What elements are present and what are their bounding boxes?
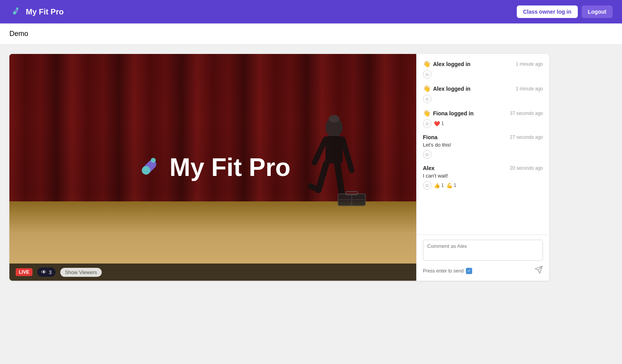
chat-reactions: ☺ [423,95,543,103]
chat-input-footer: Press enter to send [423,265,543,276]
chat-time: 1 minute ago [516,86,543,91]
svg-rect-8 [325,136,343,163]
chat-reactions: ☺ 👍 1 💪 1 [423,181,543,190]
list-item: 👋 Alex logged in 1 minute ago ☺ [423,60,543,79]
wave-icon: 👋 [423,85,431,92]
login-text: 👋 Alex logged in [423,85,471,92]
chat-username: Alex logged in [433,86,471,92]
chat-time: 37 seconds ago [510,111,543,116]
chat-time: 27 seconds ago [510,134,543,140]
viewer-count: 3 [49,269,52,275]
add-reaction-button[interactable]: ☺ [423,150,431,159]
chat-feed: 👋 Alex logged in 1 minute ago ☺ 👋 [417,54,549,235]
list-item: Fiona 27 seconds ago Let's do this! ☺ [423,134,543,159]
page-title-bar: Demo [0,23,622,45]
chat-username: Alex [423,165,435,171]
press-enter-label: Press enter to send [423,268,464,274]
video-overlay-logo: My Fit Pro [135,153,290,182]
press-enter-text: Press enter to send [423,268,472,274]
reaction-chip: 💪 1 [446,183,457,188]
chat-entry-header: 👋 Alex logged in 1 minute ago [423,85,543,92]
header-actions: Class owner log in Logout [517,5,613,18]
show-viewers-button[interactable]: Show Viewers [60,268,102,277]
chat-input-area: Press enter to send [417,235,549,281]
reaction-emoji: 👍 [434,183,440,188]
svg-line-11 [318,163,326,190]
svg-point-7 [329,115,340,123]
wave-icon: 👋 [423,60,431,68]
add-reaction-button[interactable]: ☺ [423,119,431,128]
chat-time: 20 seconds ago [510,165,543,171]
list-item: 👋 Alex logged in 1 minute ago ☺ [423,85,543,103]
logout-button[interactable]: Logout [582,5,613,18]
chat-entry-header: 👋 Alex logged in 1 minute ago [423,60,543,68]
svg-line-12 [311,186,318,190]
svg-line-13 [337,163,342,194]
reaction-count: 1 [441,121,444,126]
svg-line-10 [343,139,352,170]
page-title: Demo [9,30,28,38]
press-enter-checkbox[interactable] [466,268,472,274]
chat-message: I can't wait! [423,173,543,179]
viewers-badge: 👁 3 [37,267,56,277]
chat-message: Let's do this! [423,142,543,148]
video-background: My Fit Pro [9,54,416,281]
logo: My Fit Pro [9,5,64,18]
svg-point-2 [16,7,18,10]
reaction-chip: 👍 1 [434,183,444,188]
chat-panel: 👋 Alex logged in 1 minute ago ☺ 👋 [416,54,549,281]
login-text: 👋 Fiona logged in [423,109,473,117]
add-reaction-button[interactable]: ☺ [423,95,431,103]
overlay-logo-text: My Fit Pro [169,153,290,182]
chat-reactions: ☺ [423,150,543,159]
reaction-emoji: ❤️ [434,121,440,127]
live-badge: LIVE [16,268,32,276]
eye-icon: 👁 [41,269,47,275]
reaction-count: 1 [454,183,457,188]
add-reaction-button[interactable]: ☺ [423,70,431,79]
main-content: My Fit Pro [0,45,622,290]
svg-point-5 [151,158,156,163]
chat-reactions: ☺ [423,70,543,79]
reaction-chip: ❤️ 1 [434,121,444,127]
chat-username: Fiona logged in [433,110,473,117]
video-panel: My Fit Pro [9,54,416,281]
video-bottom-bar: LIVE 👁 3 Show Viewers [9,264,416,281]
video-person-silhouette [291,108,377,217]
chat-entry-header: Alex 20 seconds ago [423,165,543,171]
content-wrapper: My Fit Pro [9,54,549,281]
chat-reactions: ☺ ❤️ 1 [423,119,543,128]
overlay-logo-icon [135,153,163,181]
chat-entry-header: Fiona 27 seconds ago [423,134,543,140]
reaction-emoji: 💪 [446,183,453,188]
wave-icon: 👋 [423,109,431,117]
list-item: 👋 Fiona logged in 37 seconds ago ☺ ❤️ 1 [423,109,543,128]
chat-entry-header: 👋 Fiona logged in 37 seconds ago [423,109,543,117]
list-item: Alex 20 seconds ago I can't wait! ☺ 👍 1 … [423,165,543,190]
send-icon [534,265,543,274]
reaction-count: 1 [441,183,444,188]
app-header: My Fit Pro Class owner log in Logout [0,0,622,23]
chat-username: Fiona [423,134,437,140]
svg-line-9 [315,139,325,163]
logo-icon [9,5,22,18]
add-reaction-button[interactable]: ☺ [423,181,431,190]
comment-input[interactable] [423,240,543,261]
logo-text: My Fit Pro [26,7,64,16]
class-owner-login-button[interactable]: Class owner log in [517,5,578,18]
send-button[interactable] [534,265,543,276]
chat-username: Alex logged in [433,61,471,67]
login-text: 👋 Alex logged in [423,60,471,68]
chat-time: 1 minute ago [516,61,543,67]
